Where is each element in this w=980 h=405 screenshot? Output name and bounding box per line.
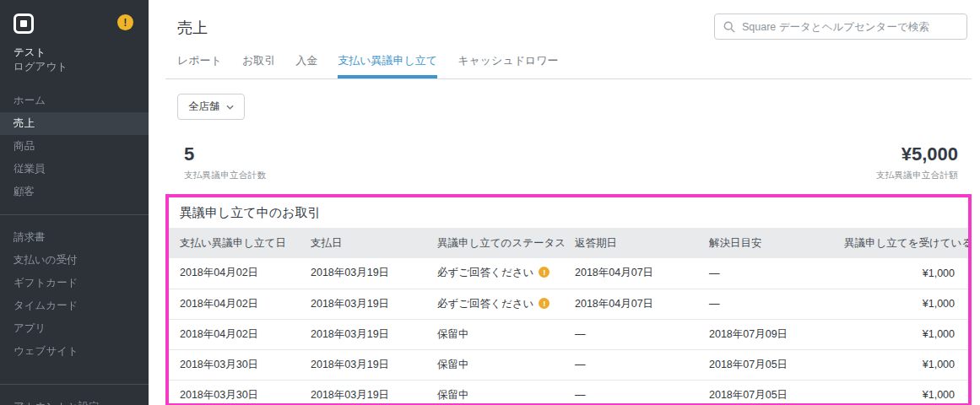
status-text: 保留中 [437, 328, 469, 340]
sidebar-item[interactable]: 商品 [0, 135, 149, 158]
sidebar-item[interactable]: 請求書 [0, 226, 149, 249]
table-row[interactable]: 2018年03月30日 2018年03月19日 保留中 — 2018年07月05… [169, 349, 968, 380]
page-title: 売上 [177, 14, 208, 38]
sidebar-nav-footer: アカウントと設定 [0, 396, 149, 405]
dispute-amount-value: ¥5,000 [876, 144, 958, 165]
location-filter-label: 全店舗 [188, 100, 220, 114]
tab[interactable]: キャッシュドロワー [458, 53, 558, 78]
location-filter-button[interactable]: 全店舗 [177, 94, 245, 120]
cell-resolution-estimate: 2018年07月05日 [698, 380, 833, 405]
column-header-payment-date: 支払日 [300, 228, 426, 258]
cell-resolution-estimate: 2018年07月05日 [698, 349, 833, 380]
search-input[interactable] [742, 21, 958, 33]
status-text: 保留中 [437, 359, 469, 370]
sidebar-item[interactable]: 売上 [0, 112, 149, 135]
table-row[interactable]: 2018年04月02日 2018年03月19日 必ずご回答ください 2018年0… [169, 289, 968, 319]
tab-label: 支払い異議申し立て [338, 54, 437, 67]
cell-payment-date: 2018年03月19日 [300, 349, 426, 380]
cell-response-due: — [564, 319, 698, 349]
status-text: 必ずご回答ください [437, 267, 533, 278]
cell-amount: ¥1,000 [833, 380, 968, 405]
table-row[interactable]: 2018年03月30日 2018年03月19日 保留中 — 2018年07月05… [169, 380, 968, 405]
cell-dispute-date: 2018年04月02日 [169, 258, 300, 289]
user-name: テスト [14, 46, 135, 60]
status-text: 保留中 [437, 389, 469, 401]
tab-label: 入金 [295, 54, 317, 67]
cell-payment-date: 2018年03月19日 [300, 258, 426, 289]
cell-amount: ¥1,000 [833, 319, 968, 349]
cell-status: 保留中 [426, 380, 564, 405]
sidebar-item[interactable]: タイムカード [0, 294, 149, 317]
column-header-dispute-date: 支払い異議申し立て日 [169, 228, 300, 258]
sidebar-item-label: アカウントと設定 [14, 400, 100, 405]
sidebar-item-label: 商品 [14, 139, 35, 154]
sidebar-header: ! [0, 0, 149, 37]
main-content: 売上 レポート お取引 入金 支払い異議申し立て [149, 0, 980, 405]
search-icon [723, 21, 735, 33]
sidebar-item[interactable]: 支払いの受付 [0, 249, 149, 272]
sidebar-item[interactable]: アカウントと設定 [0, 396, 149, 405]
cell-payment-date: 2018年03月19日 [300, 380, 426, 405]
sidebar-item-label: 従業員 [14, 162, 46, 176]
cell-amount: ¥1,000 [833, 258, 968, 289]
user-block: テスト ログアウト [0, 37, 149, 74]
sidebar-item-label: ギフトカード [14, 276, 78, 290]
cell-status: 保留中 [426, 349, 564, 380]
dispute-count-label: 支払異議申立合計数 [184, 170, 266, 181]
cell-resolution-estimate: 2018年07月09日 [698, 319, 833, 349]
tab[interactable]: レポート [177, 53, 222, 78]
sidebar: ! テスト ログアウト ホーム 売上 商品 従業員 [0, 0, 149, 405]
warning-icon [539, 267, 550, 278]
sidebar-item-label: 売上 [14, 116, 35, 131]
tab-label: キャッシュドロワー [458, 54, 558, 67]
cell-status: 必ずご回答ください [426, 258, 564, 289]
sidebar-divider [0, 214, 149, 215]
cell-resolution-estimate: — [698, 258, 833, 289]
sidebar-item-label: アプリ [14, 321, 46, 336]
square-logo-icon[interactable] [14, 14, 34, 34]
cell-status: 保留中 [426, 319, 564, 349]
chevron-down-icon [226, 105, 234, 110]
sidebar-item[interactable]: ホーム [0, 89, 149, 112]
sidebar-item[interactable]: アプリ [0, 317, 149, 340]
tab-label: お取引 [242, 54, 275, 67]
logout-link[interactable]: ログアウト [14, 60, 135, 74]
disputes-table: 支払い異議申し立て日 支払日 異議申し立てのステータス 返答期日 解決日目安 異… [169, 228, 968, 405]
tab[interactable]: 入金 [295, 53, 317, 78]
stats-row: 5 支払異議申立合計数 ¥5,000 支払異議申立合計額 [165, 144, 972, 181]
cell-response-due: — [564, 380, 698, 405]
cell-payment-date: 2018年03月19日 [300, 319, 426, 349]
sidebar-nav-secondary: 請求書 支払いの受付 ギフトカード タイムカード アプリ [0, 226, 149, 363]
dispute-count-stat: 5 支払異議申立合計数 [184, 144, 266, 181]
cell-dispute-date: 2018年04月02日 [169, 319, 300, 349]
cell-amount: ¥1,000 [833, 349, 968, 380]
column-header-status: 異議申し立てのステータス [426, 228, 564, 258]
sidebar-item-label: 顧客 [14, 185, 35, 199]
sidebar-item-label: ホーム [14, 94, 46, 108]
square-logo-inner [20, 20, 27, 27]
sidebar-item-label: タイムカード [14, 299, 78, 313]
alert-badge-icon[interactable]: ! [117, 14, 133, 30]
sidebar-item[interactable]: 従業員 [0, 158, 149, 181]
tab-label: レポート [177, 54, 222, 67]
dispute-amount-stat: ¥5,000 支払異議申立合計額 [876, 144, 958, 181]
cell-response-due: 2018年04月07日 [564, 289, 698, 319]
sidebar-item-label: 請求書 [14, 230, 46, 245]
search-box[interactable] [714, 14, 967, 40]
cell-resolution-estimate: — [698, 289, 833, 319]
sidebar-item[interactable]: ウェブサイト [0, 340, 149, 363]
cell-amount: ¥1,000 [833, 289, 968, 319]
table-row[interactable]: 2018年04月02日 2018年03月19日 保留中 — 2018年07月09… [169, 319, 968, 349]
status-text: 必ずご回答ください [437, 298, 533, 310]
warning-icon [539, 298, 550, 309]
sidebar-item[interactable]: ギフトカード [0, 272, 149, 294]
sidebar-item[interactable]: 顧客 [0, 181, 149, 203]
dispute-count-value: 5 [184, 144, 266, 165]
tab[interactable]: 支払い異議申し立て [338, 53, 437, 78]
table-row[interactable]: 2018年04月02日 2018年03月19日 必ずご回答ください 2018年0… [169, 258, 968, 289]
tab[interactable]: お取引 [242, 53, 275, 78]
cell-dispute-date: 2018年04月02日 [169, 289, 300, 319]
dispute-amount-label: 支払異議申立合計額 [876, 170, 958, 181]
sidebar-item-label: 支払いの受付 [14, 253, 78, 267]
sidebar-item-label: ウェブサイト [14, 344, 79, 359]
